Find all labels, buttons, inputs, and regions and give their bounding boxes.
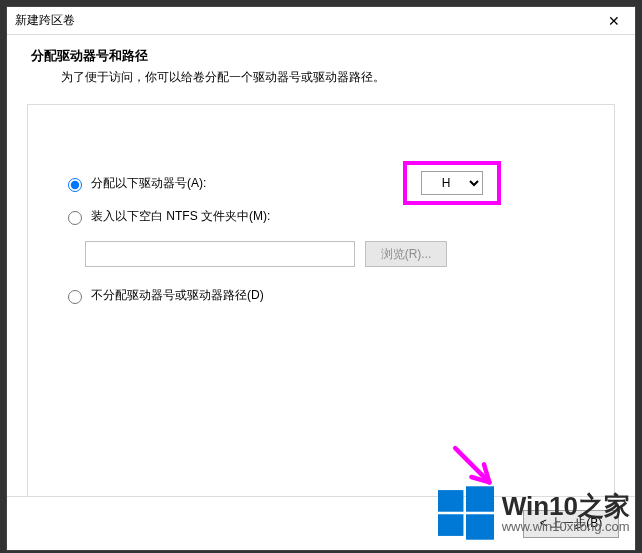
browse-button[interactable]: 浏览(R)...	[365, 241, 447, 267]
mount-path-row: 浏览(R)...	[85, 241, 584, 267]
dialog-footer: < 上一步(B)	[7, 496, 635, 550]
dialog-window: 新建跨区卷 ✕ 分配驱动器号和路径 为了便于访问，你可以给卷分配一个驱动器号或驱…	[6, 6, 636, 551]
option-none-row: 不分配驱动器号或驱动器路径(D)	[63, 287, 584, 304]
titlebar: 新建跨区卷 ✕	[7, 7, 635, 35]
option-none-label: 不分配驱动器号或驱动器路径(D)	[91, 287, 264, 304]
page-heading: 分配驱动器号和路径	[31, 47, 615, 65]
page-subheading: 为了便于访问，你可以给卷分配一个驱动器号或驱动器路径。	[61, 69, 615, 86]
option-mount[interactable]: 装入以下空白 NTFS 文件夹中(M):	[63, 208, 270, 225]
close-icon: ✕	[608, 13, 620, 29]
option-assign-label: 分配以下驱动器号(A):	[91, 175, 206, 192]
radio-none[interactable]	[68, 290, 82, 304]
option-assign[interactable]: 分配以下驱动器号(A):	[63, 175, 206, 192]
radio-mount[interactable]	[68, 211, 82, 225]
drive-select-highlight: H	[403, 161, 501, 205]
options-panel: 分配以下驱动器号(A): H 装入以下空白 NTFS 文件夹中(M): 浏览(R…	[27, 104, 615, 506]
drive-letter-select[interactable]: H	[421, 171, 483, 195]
back-button[interactable]: < 上一步(B)	[523, 510, 619, 538]
close-button[interactable]: ✕	[593, 7, 635, 35]
option-mount-row: 装入以下空白 NTFS 文件夹中(M):	[63, 208, 584, 225]
mount-path-input[interactable]	[85, 241, 355, 267]
window-title: 新建跨区卷	[15, 12, 75, 29]
option-mount-label: 装入以下空白 NTFS 文件夹中(M):	[91, 208, 270, 225]
option-assign-row: 分配以下驱动器号(A):	[63, 175, 584, 192]
annotation-arrow-icon	[448, 441, 502, 495]
content-area: 分配驱动器号和路径 为了便于访问，你可以给卷分配一个驱动器号或驱动器路径。 分配…	[7, 35, 635, 506]
radio-assign[interactable]	[68, 178, 82, 192]
option-none[interactable]: 不分配驱动器号或驱动器路径(D)	[63, 287, 264, 304]
